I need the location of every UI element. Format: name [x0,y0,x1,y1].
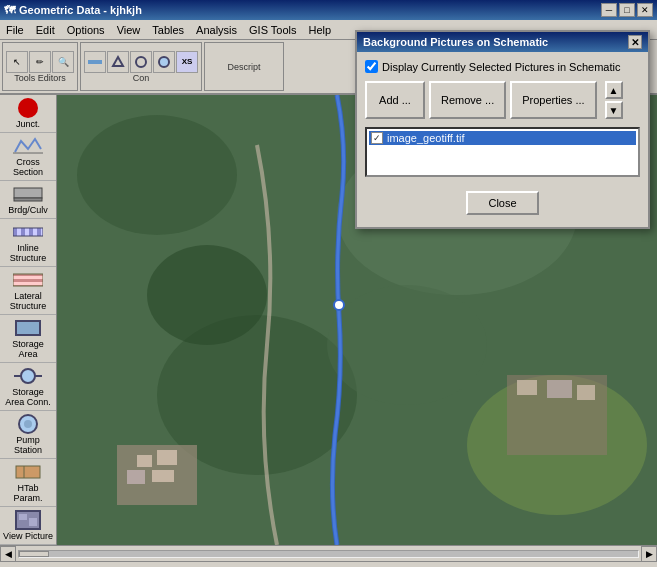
svg-rect-7 [13,228,43,236]
svg-rect-34 [127,470,145,484]
sidebar-label-htab: HTab Param. [2,483,54,503]
htab-icon [12,462,44,482]
svg-rect-32 [137,455,152,467]
scroll-thumb[interactable] [19,551,49,557]
svg-rect-38 [547,380,572,398]
close-btn[interactable]: ✕ [637,3,653,17]
maximize-btn[interactable]: □ [619,3,635,17]
svg-rect-0 [88,60,102,64]
sidebar-label-bridge: Brdg/Culv [8,205,48,215]
dialog-close-btn[interactable]: ✕ [628,35,642,49]
dialog-title-bar: Background Pictures on Schematic ✕ [357,32,648,52]
svg-rect-5 [14,188,42,198]
sidebar-label-cross-section: Cross Section [2,157,54,177]
sidebar-item-cross-section[interactable]: Cross Section [0,133,56,181]
title-bar: 🗺 Geometric Data - kjhkjh ─ □ ✕ [0,0,657,20]
list-item-checkbox: ✓ [371,132,383,144]
menu-analysis[interactable]: Analysis [190,22,243,38]
h-scrollbar: ◀ ▶ [0,545,657,561]
menu-help[interactable]: Help [303,22,338,38]
svg-point-3 [159,57,169,67]
svg-rect-13 [16,321,40,335]
menu-edit[interactable]: Edit [30,22,61,38]
svg-rect-22 [19,514,27,520]
description-label: Descript [227,62,260,72]
pump-conn-btn[interactable] [153,51,175,73]
storage-icon [12,318,44,338]
svg-marker-1 [113,57,123,66]
svg-rect-37 [517,380,537,395]
scroll-right-btn[interactable]: ▶ [641,546,657,562]
sidebar-label-inline: Inline Structure [2,243,54,263]
lateral-icon [12,270,44,290]
sidebar-item-bridge[interactable]: Brdg/Culv [0,181,56,219]
menu-options[interactable]: Options [61,22,111,38]
select-tool[interactable]: ↖ [6,51,28,73]
sa-conn-btn[interactable] [130,51,152,73]
svg-rect-23 [29,518,37,526]
svg-rect-6 [14,198,42,201]
svg-point-25 [77,115,237,235]
move-up-btn[interactable]: ▲ [605,81,623,99]
pictures-list[interactable]: ✓ image_geotiff.tif [365,127,640,177]
sidebar: Junct. Cross Section Brdg/Culv [0,95,57,545]
menu-tables[interactable]: Tables [146,22,190,38]
pump-icon [12,414,44,434]
sidebar-item-htab[interactable]: HTab Param. [0,459,56,507]
xs-btn[interactable]: XS [176,51,198,73]
sidebar-label-pump: Pump Station [2,435,54,455]
menu-file[interactable]: File [0,22,30,38]
sidebar-label-view-picture: View Picture [3,531,53,541]
svg-point-2 [136,57,146,67]
list-item[interactable]: ✓ image_geotiff.tif [369,131,636,145]
add-button[interactable]: Add ... [365,81,425,119]
app-icon: 🗺 [4,4,15,16]
scroll-track[interactable] [18,550,639,558]
zoom-in-tool[interactable]: 🔍 [52,51,74,73]
inline-icon [12,222,44,242]
status-bar: 2623708.01, 5027497.71 [0,561,657,567]
background-pictures-dialog: Background Pictures on Schematic ✕ Displ… [355,30,650,229]
svg-point-30 [327,285,487,405]
display-checkbox[interactable] [365,60,378,73]
svg-rect-19 [16,466,40,478]
close-row: Close [365,187,640,219]
sidebar-label-lateral: Lateral Structure [2,291,54,311]
remove-button[interactable]: Remove ... [429,81,506,119]
edit-tool[interactable]: ✏ [29,51,51,73]
storage-conn-icon [12,366,44,386]
sidebar-item-inline[interactable]: Inline Structure [0,219,56,267]
minimize-btn[interactable]: ─ [601,3,617,17]
svg-rect-39 [577,385,595,400]
river-reach-btn[interactable] [84,51,106,73]
close-dialog-button[interactable]: Close [466,191,538,215]
window-controls: ─ □ ✕ [601,3,653,17]
sidebar-item-lateral[interactable]: Lateral Structure [0,267,56,315]
menu-view[interactable]: View [111,22,147,38]
tools-icons: ↖ ✏ 🔍 [6,51,74,73]
scroll-left-btn[interactable]: ◀ [0,546,16,562]
sidebar-item-junction[interactable]: Junct. [0,95,56,133]
tools-editors-label: Tools Editors [14,73,66,83]
toolbar-con: XS Con [80,42,202,91]
junction-icon [12,98,44,118]
sidebar-item-view-picture[interactable]: View Picture [0,507,56,545]
sidebar-item-storage-conn[interactable]: Storage Area Conn. [0,363,56,411]
con-label: Con [133,73,150,83]
dialog-title-text: Background Pictures on Schematic [363,36,548,48]
con-icons: XS [84,51,198,73]
sidebar-label-junction: Junct. [16,119,40,129]
svg-point-29 [147,245,267,345]
svg-point-14 [21,369,35,383]
properties-button[interactable]: Properties ... [510,81,596,119]
sidebar-item-pump[interactable]: Pump Station [0,411,56,459]
svg-rect-10 [13,274,43,286]
move-down-btn[interactable]: ▼ [605,101,623,119]
toolbar-description: Descript [204,42,284,91]
svg-point-40 [334,300,344,310]
storage-area-btn[interactable] [107,51,129,73]
display-checkbox-label: Display Currently Selected Pictures in S… [382,61,620,73]
svg-rect-35 [152,470,174,482]
sidebar-item-storage[interactable]: Storage Area [0,315,56,363]
menu-gis-tools[interactable]: GIS Tools [243,22,303,38]
